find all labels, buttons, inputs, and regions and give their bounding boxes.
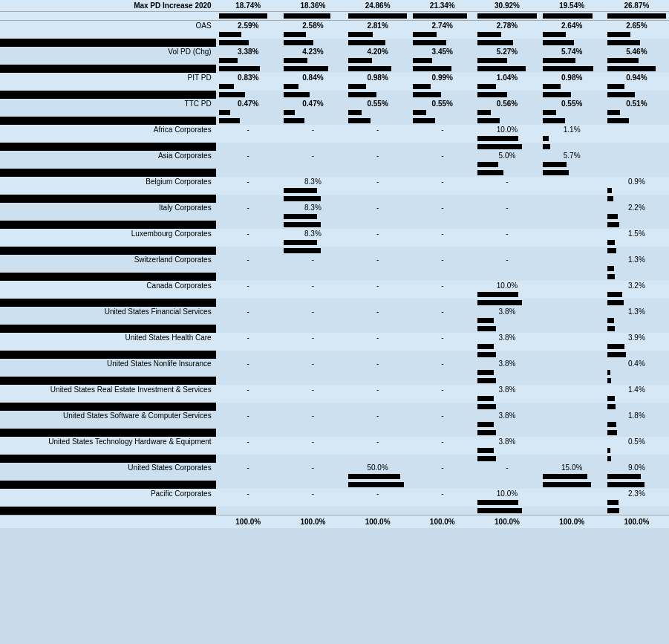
bar-cell-8-3	[410, 134, 474, 143]
bar-cell-26-5	[540, 368, 604, 377]
dark-bar-cell-19-4	[474, 273, 539, 281]
row-value-6-1: 0.47%	[281, 99, 345, 108]
data-bar-row-28	[0, 394, 669, 403]
dark-bar-cell-37-2	[345, 507, 410, 515]
dark-bar-cell-17-6	[604, 247, 669, 255]
bar-cell-22-3	[410, 316, 474, 325]
row-value-10-5: 5.7%	[540, 151, 604, 160]
bar-label-36	[0, 498, 216, 507]
dark-bar-cell-11-1	[281, 169, 345, 177]
row-value-26-4: 3.8%	[474, 359, 539, 368]
row-value-22-3: -	[410, 307, 474, 316]
dark-bar-cell-1-6	[604, 39, 669, 47]
row-label-10: Asia Corporates	[0, 151, 216, 160]
bar-cell-24-4	[474, 342, 539, 351]
dark-bar-row-17	[0, 247, 669, 255]
row-value-2-0: 3.38%	[216, 47, 281, 56]
bar-cell-16-3	[410, 238, 474, 247]
row-value-8-1: -	[281, 125, 345, 134]
dark-bar-cell-29-0	[216, 403, 281, 411]
bar-label-28	[0, 394, 216, 403]
bar-cell-20-6	[604, 290, 669, 299]
row-value-14-0: -	[216, 203, 281, 212]
dark-bar-cell-35-5	[540, 481, 604, 489]
row-label-24: United States Health Care	[0, 333, 216, 342]
dark-bar-cell-13-2	[345, 195, 410, 203]
row-value-8-5: 1.1%	[540, 125, 604, 134]
bar-cell-10-3	[410, 160, 474, 169]
dark-bar-row-33	[0, 455, 669, 463]
dark-bar-cell-3-3	[410, 65, 474, 73]
bar-cell-18-4	[474, 264, 539, 273]
row-label-8: Africa Corporates	[0, 125, 216, 134]
dark-bar-cell-11-4	[474, 169, 539, 177]
bar-cell-26-6	[604, 368, 669, 377]
dark-bar-cell-21-0	[216, 299, 281, 307]
dark-bar-row-13	[0, 195, 669, 203]
row-value-24-5	[540, 333, 604, 342]
dark-bar-cell-31-5	[540, 429, 604, 437]
footer-value-2: 100.0%	[345, 515, 410, 529]
bar-cell-34-4	[474, 472, 539, 481]
dark-bar-row-29	[0, 403, 669, 411]
bar-cell-26-2	[345, 368, 410, 377]
bar-cell-28-0	[216, 394, 281, 403]
bar-cell-8-4	[474, 134, 539, 143]
row-value-0-1: 2.58%	[281, 21, 345, 31]
dark-bar-cell-27-4	[474, 377, 539, 385]
bar-label-30	[0, 420, 216, 429]
footer-value-6: 100.0%	[604, 515, 669, 529]
data-bar-row-32	[0, 446, 669, 455]
row-label-28: United States Real Estate Investment & S…	[0, 385, 216, 394]
row-value-8-3: -	[410, 125, 474, 134]
row-value-2-4: 5.27%	[474, 47, 539, 56]
dark-bar-cell-17-5	[540, 247, 604, 255]
bar-label-2	[0, 56, 216, 65]
dark-bar-cell-35-3	[410, 481, 474, 489]
bar-label-32	[0, 446, 216, 455]
row-value-24-1: -	[281, 333, 345, 342]
dark-bar-cell-31-2	[345, 429, 410, 437]
data-text-row-14: Italy Corporates-8.3%---2.2%	[0, 203, 669, 212]
bar-cell-10-0	[216, 160, 281, 169]
row-value-4-2: 0.98%	[345, 73, 410, 82]
row-value-20-4: 10.0%	[474, 281, 539, 290]
bar-cell-28-3	[410, 394, 474, 403]
row-label-32: United States Technology Hardware & Equi…	[0, 437, 216, 446]
dark-bar-cell-25-2	[345, 351, 410, 359]
data-text-row-32: United States Technology Hardware & Equi…	[0, 437, 669, 446]
dark-bar-cell-11-0	[216, 169, 281, 177]
bar-cell-26-1	[281, 368, 345, 377]
bar-cell-6-2	[345, 108, 410, 117]
row-value-16-6: 1.5%	[604, 229, 669, 238]
dark-bar-cell-15-1	[281, 221, 345, 229]
row-value-6-4: 0.56%	[474, 99, 539, 108]
data-bar-row-26	[0, 368, 669, 377]
bar-cell-36-2	[345, 498, 410, 507]
bar-cell-4-4	[474, 82, 539, 91]
row-value-0-3: 2.74%	[410, 21, 474, 31]
row-value-8-2: -	[345, 125, 410, 134]
bar-cell-14-6	[604, 212, 669, 221]
row-label-30: United States Software & Computer Servic…	[0, 411, 216, 420]
dark-bar-cell-35-0	[216, 481, 281, 489]
data-text-row-30: United States Software & Computer Servic…	[0, 411, 669, 420]
row-value-2-2: 4.20%	[345, 47, 410, 56]
data-bar-row-30	[0, 420, 669, 429]
row-value-16-4: -	[474, 229, 539, 238]
row-value-32-5	[540, 437, 604, 446]
bar-cell-36-6	[604, 498, 669, 507]
bar-cell-32-0	[216, 446, 281, 455]
row-value-26-1: -	[281, 359, 345, 368]
row-value-26-5	[540, 359, 604, 368]
bar-cell-0-5	[540, 30, 604, 39]
header-value-3: 21.34%	[410, 0, 474, 12]
bar-cell-20-3	[410, 290, 474, 299]
bar-cell-2-1	[281, 56, 345, 65]
bar-cell-36-5	[540, 498, 604, 507]
bar-cell-2-3	[410, 56, 474, 65]
data-text-row-12: Belgium Corporates-8.3%---0.9%	[0, 177, 669, 186]
row-label-36: Pacific Corporates	[0, 489, 216, 498]
bar-cell-4-5	[540, 82, 604, 91]
header-value-4: 30.92%	[474, 0, 539, 12]
